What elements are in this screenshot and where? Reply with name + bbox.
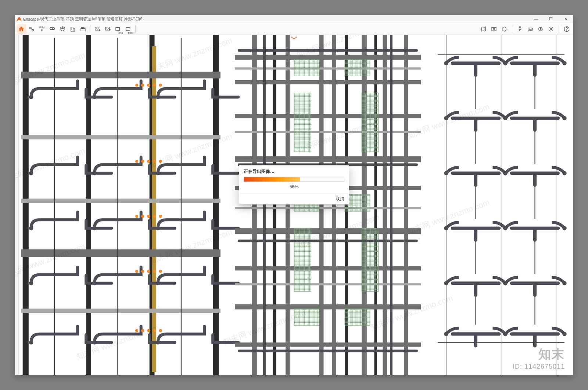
svg-rect-43: [383, 35, 387, 375]
svg-rect-8: [105, 27, 110, 30]
svg-rect-67: [294, 228, 311, 292]
progress-fill: [244, 177, 300, 181]
window-minimize-button[interactable]: —: [529, 15, 544, 23]
svg-rect-56: [235, 343, 421, 347]
svg-rect-33: [21, 72, 220, 78]
axo-view-button[interactable]: [58, 24, 67, 34]
exe-export-button[interactable]: EXE: [123, 24, 133, 34]
export-progress-dialog: 正在导出图像… 56% 取消: [239, 165, 349, 204]
pano-tag: 360°: [118, 32, 123, 34]
settings-button[interactable]: [546, 24, 556, 34]
svg-rect-62: [345, 59, 370, 76]
walk-mode-button[interactable]: [515, 24, 525, 34]
svg-rect-70: [345, 309, 370, 326]
scene-render: [15, 35, 573, 375]
svg-rect-63: [294, 93, 311, 152]
minimap-button[interactable]: [479, 24, 488, 34]
svg-rect-57: [235, 67, 421, 70]
svg-rect-55: [235, 304, 421, 309]
panorama-export-button[interactable]: 360°: [113, 24, 123, 34]
svg-rect-54: [235, 266, 421, 271]
screenshot-button[interactable]: [489, 24, 499, 34]
svg-rect-28: [23, 35, 29, 375]
toolbar-separator: [90, 25, 90, 33]
svg-rect-34: [21, 249, 220, 257]
visual-settings-button[interactable]: [536, 24, 545, 34]
svg-rect-36: [21, 199, 220, 203]
movie-button[interactable]: [78, 24, 88, 34]
svg-rect-5: [73, 28, 75, 31]
app-logo-icon: [15, 15, 23, 23]
help-button[interactable]: ?: [562, 24, 571, 34]
dialog-title: 正在导出图像…: [239, 165, 349, 177]
app-window: Enscape - 现代工业吊顶 吊顶 空调管道 loft吊顶 管道吊灯 异形吊…: [15, 15, 573, 375]
svg-rect-39: [286, 35, 290, 375]
svg-rect-47: [374, 35, 377, 375]
svg-point-15: [529, 29, 530, 29]
svg-rect-38: [252, 35, 257, 375]
building-button[interactable]: [68, 24, 78, 34]
svg-rect-49: [235, 80, 421, 85]
svg-point-16: [531, 29, 531, 29]
exe-tag: EXE: [128, 32, 133, 34]
svg-rect-48: [235, 55, 421, 60]
svg-rect-40: [319, 35, 324, 375]
svg-rect-10: [126, 27, 130, 30]
svg-rect-41: [332, 35, 337, 375]
svg-point-2: [50, 27, 52, 29]
svg-rect-45: [273, 35, 276, 375]
bim-button[interactable]: BIM≡: [37, 24, 47, 34]
toolbar: BIM≡ 360° EXE: [15, 23, 573, 35]
svg-rect-51: [235, 156, 421, 162]
svg-point-13: [520, 26, 521, 28]
svg-rect-32: [152, 46, 157, 372]
app-name: Enscape: [23, 17, 39, 21]
svg-rect-31: [213, 35, 219, 375]
image-export-button[interactable]: [103, 24, 112, 34]
home-button[interactable]: [17, 24, 26, 34]
sync-link-button[interactable]: [27, 24, 36, 34]
titlebar: Enscape - 现代工业吊顶 吊顶 空调管道 loft吊顶 管道吊灯 异形吊…: [15, 15, 573, 23]
svg-rect-53: [235, 228, 421, 234]
svg-rect-29: [86, 35, 91, 375]
asset-library-button[interactable]: [499, 24, 509, 34]
svg-rect-11: [492, 27, 496, 31]
svg-rect-69: [294, 309, 319, 326]
bim-label: BIM: [39, 26, 44, 29]
svg-rect-64: [362, 93, 379, 152]
toolbar-separator: [559, 25, 559, 33]
image-import-button[interactable]: [93, 24, 102, 34]
svg-rect-7: [95, 27, 99, 30]
viewport[interactable]: 知末网 www.znzmo.com 知末网 www.znzmo.com 知末网 …: [15, 35, 573, 375]
svg-point-12: [493, 28, 495, 30]
svg-rect-68: [362, 228, 379, 292]
vr-button[interactable]: [526, 24, 535, 34]
svg-rect-61: [294, 59, 319, 76]
svg-rect-50: [235, 114, 421, 118]
svg-rect-35: [21, 135, 220, 139]
progress-bar: [244, 177, 344, 182]
svg-point-3: [52, 27, 54, 29]
svg-rect-58: [235, 131, 421, 133]
svg-rect-37: [21, 309, 220, 313]
toolbar-separator: [135, 25, 136, 33]
progress-percent: 56%: [239, 182, 349, 193]
svg-point-17: [540, 28, 541, 30]
cancel-button[interactable]: 取消: [336, 196, 344, 201]
svg-rect-44: [404, 35, 408, 375]
svg-rect-60: [235, 283, 421, 286]
window-close-button[interactable]: ✕: [558, 15, 573, 23]
help-label: ?: [566, 26, 568, 32]
svg-point-18: [550, 28, 552, 30]
svg-rect-59: [235, 207, 421, 209]
svg-rect-9: [116, 27, 120, 30]
toolbar-separator: [512, 25, 512, 33]
document-title: 现代工业吊顶 吊顶 空调管道 loft吊顶 管道吊灯 异形吊顶6: [40, 16, 142, 22]
svg-rect-6: [81, 28, 85, 31]
window-maximize-button[interactable]: ☐: [544, 15, 558, 23]
search-button[interactable]: [47, 24, 57, 34]
